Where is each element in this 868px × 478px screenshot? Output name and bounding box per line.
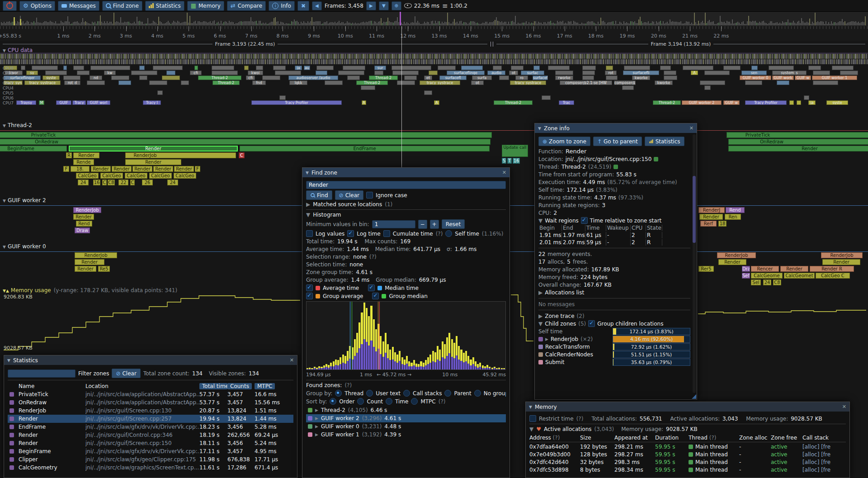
statistics-table-header[interactable]: NameLocationTotal timeCountsMTPC [8,382,293,390]
cpu-zone[interactable]: surfa [472,76,492,80]
timeline-zone[interactable]: OnRedraw [728,139,868,145]
column-header[interactable]: Location [85,383,199,389]
timeline-zone[interactable]: Rend [726,207,745,213]
allocation-row[interactable]: 0x7e049b3d00128 bytes298.27 ms59.95 sMai… [529,450,846,458]
column-header[interactable]: Appeared at [614,435,655,441]
cpu-zone[interactable] [149,80,167,85]
scrollbar-thumb[interactable] [693,176,696,243]
filter-zones-input[interactable] [8,369,75,378]
cpu-zone[interactable]: rworke [555,76,573,80]
cpu-zone[interactable] [153,66,183,70]
cpu-zone[interactable] [606,76,618,80]
cpu-zone[interactable]: fnd [252,80,266,85]
timeline-zone[interactable]: CalcGeo [76,173,99,179]
timeline-zone[interactable]: Rer5 [698,266,714,272]
cpu-zone[interactable]: sur [374,66,386,70]
timeline-zone[interactable]: F [195,166,200,172]
timeline-zone[interactable]: 24 [78,180,89,185]
found-zone-group[interactable]: ▶GUIF worker 0(3,231)4.48 s [306,422,506,431]
cpu-zone[interactable] [392,71,419,75]
cpu-zone[interactable]: Tracy Profiler [251,100,342,105]
cpu-zone[interactable] [660,66,671,70]
timeline-zone[interactable]: Ren [725,214,741,220]
cpu-zone[interactable] [704,85,711,90]
cpu-zone[interactable]: GUIF w [723,100,740,105]
chip-button[interactable]: Memory [187,1,224,11]
statistics-button[interactable]: Statistics [645,137,684,146]
timeline-zone[interactable]: RenderJob [73,207,101,213]
table-row[interactable]: BeginFramejni/../jni/src/claw/gfx/drv/vk… [8,447,293,455]
cpu-zone[interactable] [769,66,794,70]
cpu-zone[interactable]: system_s [772,71,807,75]
timeline-zone[interactable]: Sef [742,273,750,279]
cpu-zone[interactable]: cfi [190,71,202,75]
cpu-zone[interactable]: sy [26,71,38,75]
cpu-zone[interactable] [548,66,570,70]
cpu-zone[interactable] [813,80,838,85]
table-row[interactable]: Clipperjni/../jni/src/claw/gfx/geo/Clipp… [8,455,293,464]
collapse-icon[interactable]: ▼ [306,212,310,218]
cpu-zone[interactable] [338,71,364,75]
increment-button[interactable]: + [430,220,439,229]
cpu-zone[interactable] [87,80,105,85]
timeline-zone[interactable]: 22 [118,180,128,185]
timeline-zone[interactable]: 18 [718,221,726,227]
cpu-zone[interactable] [361,85,375,90]
timeline-zone[interactable]: 16 [93,180,100,185]
cpu-zone[interactable] [45,71,67,75]
cpu-zone[interactable] [511,66,524,70]
cpu-zone[interactable] [316,71,327,75]
table-row[interactable]: Renderjni/../jni/src/guif/Screen.cpp:150… [8,439,293,447]
cpu-zone[interactable]: syste [826,100,848,105]
timeline-zone[interactable]: C [130,180,135,185]
cpu-zone[interactable]: kworke [632,76,650,80]
cpu-zone[interactable] [808,66,821,70]
collapse-icon[interactable]: ▼ [529,405,532,409]
cpu-zone[interactable]: kwoi [248,71,263,75]
cpu-zone[interactable]: Thread-2 [653,100,681,105]
cpu-zone[interactable] [162,76,180,80]
cpu-zone[interactable] [542,95,551,100]
cpu-zone[interactable]: ro [515,76,528,80]
bars-button[interactable]: Statistics [145,1,184,11]
log-values-checkbox[interactable] [306,230,313,237]
cpu-zone[interactable] [813,71,830,75]
cpu-zone[interactable] [606,66,613,70]
prev-frame-button[interactable]: ◀ [312,1,322,10]
cpu-zone[interactable]: Tracy I [143,100,161,105]
cpu-zone[interactable]: M [39,100,44,105]
cpu-zone[interactable] [325,80,343,85]
find-zone-titlebar[interactable]: ▼ Find zone ✕ [302,168,509,177]
timeline-zone[interactable]: PrivateTick [726,132,868,138]
timeline-zone[interactable]: Render [699,214,723,220]
timeline-zone[interactable]: BeginFrame [0,146,67,151]
cpu-zone[interactable]: audioserver /audio [288,76,338,80]
source-location[interactable]: jni/../jni/src/guif/Screen.cpp:150 [566,156,652,162]
tools-button[interactable] [297,1,309,11]
cpu-zone[interactable]: ja [295,66,302,70]
cpu-zone[interactable] [751,66,758,70]
cpu-zone[interactable] [704,71,730,75]
memory-titlebar[interactable]: ▼ Memory ✕ [526,402,849,412]
frame-minimap[interactable] [0,12,868,27]
cpu-zone[interactable] [392,66,431,70]
timeline-zone[interactable]: Render [132,166,152,172]
cpu-zone[interactable] [622,85,634,90]
table-row[interactable]: CalcGeometryjni/../jni/src/claw/graphics… [8,464,293,472]
cpu-zone[interactable] [429,71,438,75]
cpu-zone[interactable]: GUIF worker 2 [682,100,722,105]
best-frame-button[interactable]: ▼ [379,1,389,10]
radio-call-stacks[interactable] [403,390,410,397]
radio-user-text[interactable] [366,390,373,397]
cpu-zone[interactable]: audio [487,71,505,75]
cpu-data-header[interactable]: ▼CPU data [3,47,33,53]
cpu-zone[interactable] [683,66,713,70]
timeline-zone[interactable]: Render [69,146,238,151]
timeline-zone[interactable]: Render [718,259,746,265]
cpu-zone[interactable] [804,95,809,100]
column-header[interactable]: Name [19,383,85,389]
table-row[interactable]: PrivateTickjni/../jni/src/claw/applicati… [8,390,293,398]
column-header[interactable]: Zone alloc [739,435,771,441]
cpu-zone[interactable]: surfacefl [439,76,467,80]
allocation-row[interactable]: 0x7dfc53d8988 bytes298.34 ms59.95 sMain … [529,466,846,473]
